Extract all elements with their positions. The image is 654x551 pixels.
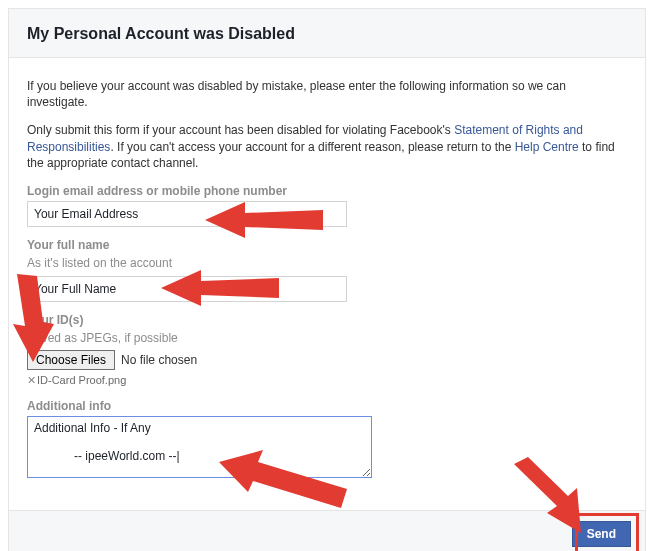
form-card: My Personal Account was Disabled If you … bbox=[8, 8, 646, 551]
ids-sublabel: Saved as JPEGs, if possible bbox=[27, 330, 627, 346]
name-field-group: Your full name As it's listed on the acc… bbox=[27, 237, 627, 301]
send-button[interactable]: Send bbox=[572, 521, 631, 547]
card-header: My Personal Account was Disabled bbox=[9, 9, 645, 58]
name-label: Your full name bbox=[27, 237, 627, 253]
file-chosen-row: ✕ID-Card Proof.png bbox=[27, 373, 627, 388]
file-status-text: No file chosen bbox=[121, 352, 197, 368]
login-input[interactable] bbox=[27, 201, 347, 227]
card-body: If you believe your account was disabled… bbox=[9, 58, 645, 510]
choose-files-button[interactable]: Choose Files bbox=[27, 350, 115, 370]
ids-field-group: Your ID(s) Saved as JPEGs, if possible C… bbox=[27, 312, 627, 388]
additional-label: Additional info bbox=[27, 398, 627, 414]
additional-field-group: Additional info bbox=[27, 398, 627, 482]
card-footer: Send bbox=[9, 510, 645, 551]
page-title: My Personal Account was Disabled bbox=[27, 25, 627, 43]
intro-text: . If you can't access your account for a… bbox=[110, 140, 514, 154]
login-label: Login email address or mobile phone numb… bbox=[27, 183, 627, 199]
chosen-file-name: ID-Card Proof.png bbox=[37, 374, 126, 386]
name-input[interactable] bbox=[27, 276, 347, 302]
intro-paragraph-2: Only submit this form if your account ha… bbox=[27, 122, 627, 171]
additional-textarea[interactable] bbox=[27, 416, 372, 478]
file-row: Choose Files No file chosen bbox=[27, 350, 627, 370]
help-centre-link[interactable]: Help Centre bbox=[515, 140, 579, 154]
name-sublabel: As it's listed on the account bbox=[27, 255, 627, 271]
intro-text: Only submit this form if your account ha… bbox=[27, 123, 454, 137]
ids-label: Your ID(s) bbox=[27, 312, 627, 328]
login-field-group: Login email address or mobile phone numb… bbox=[27, 183, 627, 227]
intro-paragraph-1: If you believe your account was disabled… bbox=[27, 78, 627, 110]
remove-file-icon[interactable]: ✕ bbox=[27, 374, 36, 386]
